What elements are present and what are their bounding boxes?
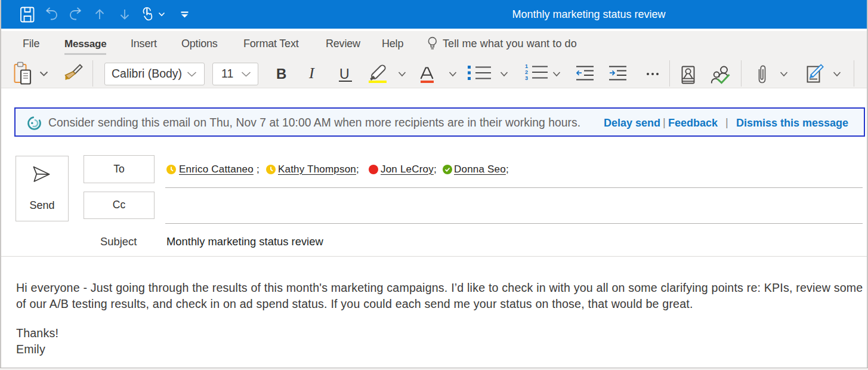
svg-text:1: 1 — [525, 63, 528, 69]
svg-text:2: 2 — [525, 69, 528, 75]
svg-text:3: 3 — [525, 75, 528, 81]
